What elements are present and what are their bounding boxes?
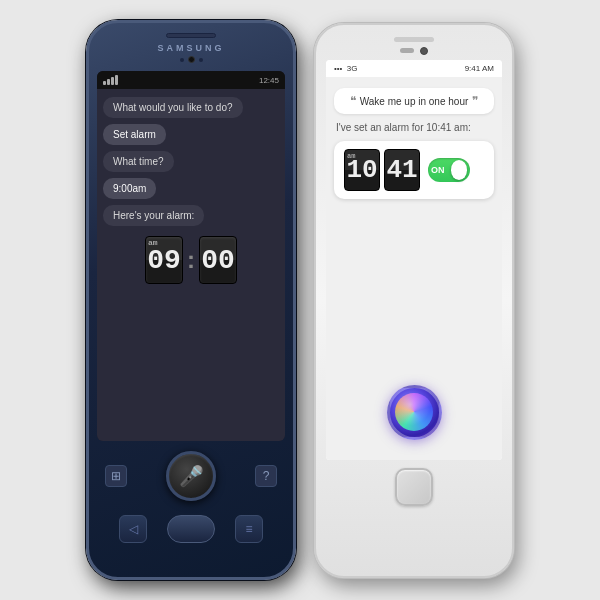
minute-digit: 00 [199, 236, 237, 284]
siri-minute-digit: 41 [384, 149, 420, 191]
iphone: ••• 3G 9:41 AM ❝ Wake me up in one hour … [314, 23, 514, 578]
menu-button[interactable]: ≡ [235, 515, 263, 543]
bubble-3: What time? [103, 151, 174, 172]
am-label: am [148, 238, 158, 247]
open-quote: ❝ [350, 94, 359, 108]
signal-bars [103, 75, 118, 85]
alarm-toggle-wrap: ON [428, 158, 470, 182]
bubble-2: Set alarm [103, 124, 166, 145]
samsung-chat-area: What would you like to do? Set alarm Wha… [97, 89, 285, 441]
samsung-nav-bar: ◁ ≡ [119, 515, 263, 543]
samsung-phone: SAMSUNG 12:45 What would you like to do?… [86, 20, 296, 580]
toggle-knob [451, 160, 468, 180]
hour-wrap: am 09 [145, 236, 183, 284]
bar3 [111, 77, 114, 85]
samsung-top-bar: SAMSUNG [89, 33, 293, 67]
toggle-label: ON [431, 165, 445, 175]
siri-query-bubble: ❝ Wake me up in one hour ❞ [334, 88, 494, 114]
samsung-dot-left [180, 58, 184, 62]
iphone-camera [420, 47, 428, 55]
siri-ring [395, 393, 433, 431]
samsung-mic-button[interactable]: 🎤 [166, 451, 216, 501]
samsung-dot-right [199, 58, 203, 62]
bar4 [115, 75, 118, 85]
hour-digit: am 09 [145, 236, 183, 284]
alarm-toggle[interactable]: ON [428, 158, 470, 182]
siri-button[interactable] [387, 385, 442, 440]
siri-alarm-card: am 10 41 ON [334, 141, 494, 199]
samsung-left-btn[interactable]: ⊞ [105, 465, 127, 487]
siri-time-display: am 10 41 [344, 149, 420, 191]
samsung-time: 12:45 [259, 76, 279, 85]
iphone-cam-row [400, 47, 428, 55]
samsung-status-bar: 12:45 [97, 71, 285, 89]
siri-alarm-inner: am 10 41 ON [334, 141, 494, 199]
iphone-home-button[interactable] [395, 468, 433, 506]
samsung-signal [103, 75, 118, 85]
samsung-alarm-display: am 09 : 00 [103, 236, 279, 284]
flip-clock: am 09 : 00 [145, 236, 237, 284]
siri-query-text: Wake me up in one hour [360, 96, 469, 107]
samsung-right-btn[interactable]: ? [255, 465, 277, 487]
samsung-brand: SAMSUNG [157, 43, 224, 53]
samsung-bottom-bar: ⊞ 🎤 ? [89, 443, 293, 509]
samsung-screen: 12:45 What would you like to do? Set ala… [97, 71, 285, 441]
bar1 [103, 81, 106, 85]
iphone-siri-content: ❝ Wake me up in one hour ❞ I've set an a… [326, 78, 502, 460]
mic-icon: 🎤 [179, 464, 204, 488]
samsung-speaker [166, 33, 216, 38]
iphone-sensor [400, 48, 414, 53]
time-separator: : [187, 246, 195, 274]
iphone-top [316, 37, 512, 55]
iphone-screen: ••• 3G 9:41 AM ❝ Wake me up in one hour … [326, 60, 502, 460]
siri-am-label: am [347, 152, 355, 160]
samsung-camera [188, 56, 195, 63]
siri-bottom-area [334, 207, 494, 450]
bubble-5: Here's your alarm: [103, 205, 204, 226]
iphone-status-bar: ••• 3G 9:41 AM [326, 60, 502, 78]
back-button[interactable]: ◁ [119, 515, 147, 543]
bar2 [107, 79, 110, 85]
bubble-1: What would you like to do? [103, 97, 243, 118]
siri-response-text: I've set an alarm for 10:41 am: [334, 122, 494, 133]
siri-hour-digit: am 10 [344, 149, 380, 191]
bubble-4: 9:00am [103, 178, 156, 199]
home-button[interactable] [167, 515, 215, 543]
iphone-bottom [395, 468, 433, 506]
samsung-camera-row [180, 56, 203, 63]
iphone-speaker [394, 37, 434, 42]
close-quote: ❞ [468, 94, 477, 108]
iphone-signal: ••• 3G [334, 64, 358, 73]
iphone-time: 9:41 AM [465, 64, 494, 73]
